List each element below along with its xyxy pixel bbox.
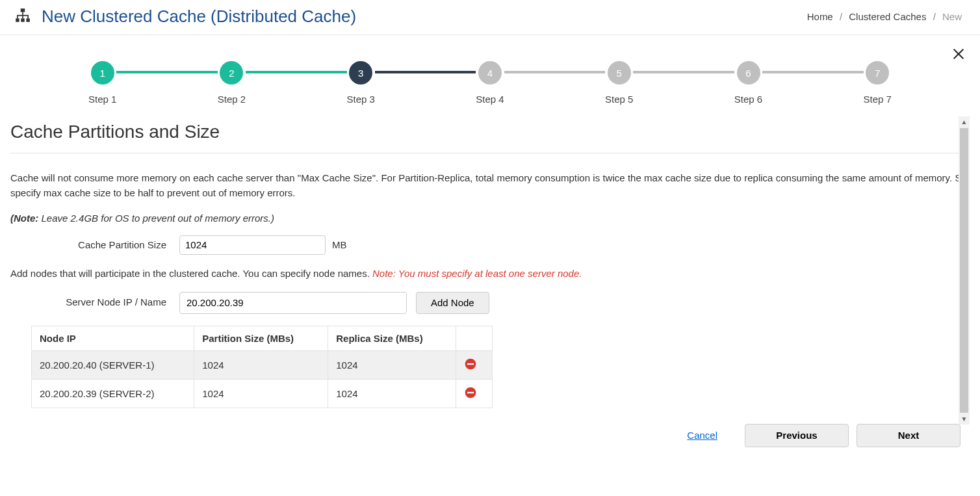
table-row: 20.200.20.40 (SERVER-1)10241024 bbox=[32, 350, 493, 379]
breadcrumb-clustered-caches[interactable]: Clustered Caches bbox=[849, 11, 926, 22]
step-label: Step 2 bbox=[218, 94, 246, 105]
col-replica-size: Replica Size (MBs) bbox=[328, 326, 456, 350]
section-title: Cache Partitions and Size bbox=[10, 116, 970, 153]
col-actions bbox=[456, 326, 493, 350]
step-3[interactable]: 3Step 3 bbox=[347, 61, 375, 105]
cancel-link[interactable]: Cancel bbox=[687, 430, 717, 441]
add-nodes-instruction: Add nodes that will participate in the c… bbox=[10, 268, 970, 279]
step-connector bbox=[633, 71, 734, 73]
section-description: Cache will not consume more memory on ea… bbox=[10, 170, 970, 201]
svg-rect-7 bbox=[22, 16, 23, 18]
breadcrumb: Home / Clustered Caches / New bbox=[807, 11, 962, 22]
step-7[interactable]: 7Step 7 bbox=[864, 61, 892, 105]
remove-node-icon[interactable] bbox=[464, 386, 477, 399]
step-label: Step 1 bbox=[88, 94, 116, 105]
nodes-table: Node IP Partition Size (MBs) Replica Siz… bbox=[31, 326, 493, 408]
memory-note: (Note: Leave 2.4GB for OS to prevent out… bbox=[10, 213, 970, 224]
step-4[interactable]: 4Step 4 bbox=[476, 61, 504, 105]
scroll-down-icon[interactable]: ▼ bbox=[959, 413, 970, 424]
step-circle: 7 bbox=[866, 61, 889, 85]
svg-rect-8 bbox=[27, 16, 29, 18]
server-node-label: Server Node IP / Name bbox=[10, 296, 179, 309]
svg-rect-6 bbox=[17, 16, 18, 18]
step-1[interactable]: 1Step 1 bbox=[88, 61, 116, 105]
step-5[interactable]: 5Step 5 bbox=[605, 61, 633, 105]
step-connector bbox=[375, 71, 476, 73]
table-row: 20.200.20.39 (SERVER-2)10241024 bbox=[32, 379, 493, 408]
sitemap-icon bbox=[14, 7, 31, 26]
svg-rect-3 bbox=[26, 18, 29, 21]
partition-size-unit: MB bbox=[332, 239, 347, 250]
step-connector bbox=[246, 71, 346, 73]
svg-rect-14 bbox=[467, 391, 474, 393]
cell-replica-size: 1024 bbox=[328, 350, 456, 379]
step-circle: 2 bbox=[220, 61, 243, 85]
add-node-button[interactable]: Add Node bbox=[416, 292, 489, 314]
wizard-stepper: 1Step 12Step 23Step 34Step 45Step 56Step… bbox=[10, 35, 970, 116]
node-warning: Note: You must specify at least one serv… bbox=[372, 268, 582, 279]
page-header: New Clustered Cache (Distributed Cache) … bbox=[0, 0, 980, 35]
cell-node-ip: 20.200.20.40 (SERVER-1) bbox=[32, 350, 194, 379]
col-partition-size: Partition Size (MBs) bbox=[194, 326, 328, 350]
svg-rect-2 bbox=[21, 18, 24, 21]
breadcrumb-current: New bbox=[942, 11, 962, 22]
svg-rect-1 bbox=[16, 18, 19, 21]
col-node-ip: Node IP bbox=[32, 326, 194, 350]
scroll-thumb[interactable] bbox=[960, 128, 968, 413]
step-circle: 6 bbox=[737, 61, 760, 85]
step-connector bbox=[504, 71, 605, 73]
wizard-footer: Cancel Previous Next bbox=[10, 415, 970, 467]
svg-rect-12 bbox=[467, 363, 474, 364]
step-2[interactable]: 2Step 2 bbox=[218, 61, 246, 105]
step-connector bbox=[116, 71, 217, 73]
step-label: Step 5 bbox=[605, 94, 633, 105]
step-label: Step 4 bbox=[476, 94, 504, 105]
vertical-scrollbar[interactable]: ▲ ▼ bbox=[959, 116, 970, 424]
remove-node-icon[interactable] bbox=[464, 358, 477, 371]
page-title: New Clustered Cache (Distributed Cache) bbox=[42, 7, 356, 27]
partition-size-input[interactable] bbox=[179, 235, 326, 255]
svg-rect-0 bbox=[21, 8, 25, 12]
cell-partition-size: 1024 bbox=[194, 379, 328, 408]
step-connector bbox=[762, 71, 863, 73]
next-button[interactable]: Next bbox=[857, 424, 961, 447]
step-circle: 4 bbox=[478, 61, 502, 85]
content-area: Cache Partitions and Size Cache will not… bbox=[10, 116, 970, 415]
step-circle: 5 bbox=[608, 61, 631, 85]
step-label: Step 3 bbox=[347, 94, 375, 105]
step-circle: 3 bbox=[349, 61, 372, 85]
breadcrumb-home[interactable]: Home bbox=[807, 11, 833, 22]
previous-button[interactable]: Previous bbox=[745, 424, 849, 447]
cell-node-ip: 20.200.20.39 (SERVER-2) bbox=[32, 379, 194, 408]
cell-partition-size: 1024 bbox=[194, 350, 328, 379]
cell-replica-size: 1024 bbox=[328, 379, 456, 408]
close-icon[interactable] bbox=[951, 47, 966, 63]
scroll-up-icon[interactable]: ▲ bbox=[959, 116, 970, 127]
step-label: Step 6 bbox=[734, 94, 762, 105]
server-node-input[interactable] bbox=[179, 292, 407, 314]
step-6[interactable]: 6Step 6 bbox=[734, 61, 762, 105]
step-label: Step 7 bbox=[864, 94, 892, 105]
partition-size-label: Cache Partition Size bbox=[10, 239, 179, 250]
step-circle: 1 bbox=[91, 61, 114, 85]
